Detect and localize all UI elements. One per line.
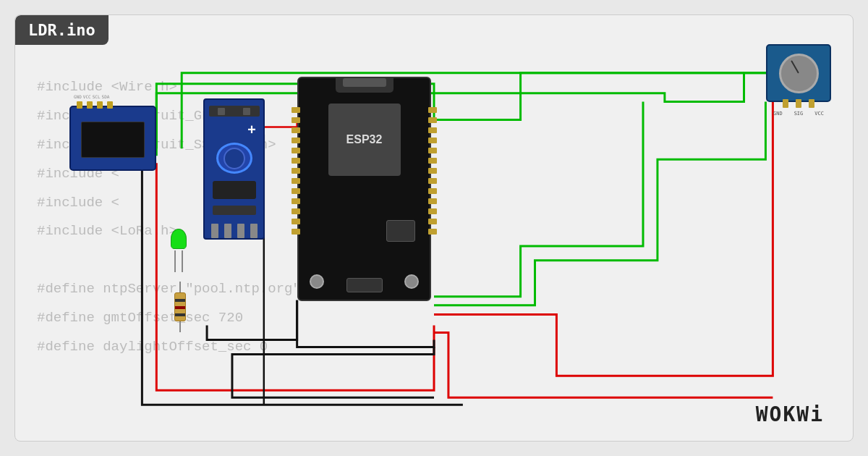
esp32-pin-r4 bbox=[428, 138, 437, 143]
power-module: + bbox=[203, 98, 265, 240]
oled-pins bbox=[77, 101, 113, 109]
resistor-band-2 bbox=[175, 306, 185, 309]
pot-module: GND SIG VCC bbox=[766, 44, 831, 102]
title-badge: LDR.ino bbox=[15, 15, 109, 45]
esp32-pin-r11 bbox=[428, 208, 437, 214]
esp32-pin-r6 bbox=[428, 158, 437, 164]
power-pin-b-2 bbox=[224, 224, 231, 238]
pot-pins bbox=[783, 99, 814, 108]
power-header-pin-2 bbox=[243, 108, 250, 115]
pot-pin-gnd bbox=[783, 99, 788, 108]
power-component-2 bbox=[213, 206, 256, 215]
esp32-pin-r13 bbox=[428, 229, 437, 235]
oled-module: GND VCC SCL SDA bbox=[69, 106, 156, 171]
power-header-pin-1 bbox=[218, 108, 225, 115]
led-body bbox=[171, 229, 187, 249]
power-ic bbox=[213, 181, 256, 199]
esp32-pin-r2 bbox=[428, 117, 437, 123]
power-pin-b-3 bbox=[237, 224, 244, 238]
led-leg-cathode bbox=[182, 250, 183, 272]
esp32-pin-l4 bbox=[292, 138, 300, 143]
esp32-pin-r1 bbox=[428, 107, 437, 113]
main-container: LDR.ino #include <Wire.h> #include <Adaf… bbox=[14, 14, 854, 442]
esp32-chip: ESP32 bbox=[328, 104, 401, 176]
esp32-module-wifi bbox=[386, 220, 415, 242]
title-text: LDR.ino bbox=[28, 21, 95, 39]
esp32-pin-l13 bbox=[292, 229, 300, 235]
led-leg-anode bbox=[174, 250, 176, 272]
oled-pin-vcc bbox=[87, 101, 93, 109]
esp32-pins-left bbox=[292, 107, 300, 235]
power-cap-inner bbox=[224, 148, 245, 169]
oled-pin-labels: GND VCC SCL SDA bbox=[74, 94, 109, 99]
led-legs bbox=[171, 250, 187, 272]
power-pin-b-1 bbox=[211, 224, 218, 238]
esp32-pin-l7 bbox=[292, 168, 300, 174]
esp32-pin-r12 bbox=[428, 219, 437, 224]
esp32-pin-l8 bbox=[292, 178, 300, 184]
pot-sig-label: SIG bbox=[794, 111, 804, 117]
esp32-chip-label: ESP32 bbox=[346, 133, 383, 146]
esp32-pin-r8 bbox=[428, 178, 437, 184]
esp32-pin-l6 bbox=[292, 158, 300, 164]
power-pin-b-4 bbox=[250, 224, 258, 238]
esp32-pin-l1 bbox=[292, 107, 300, 113]
power-pins-bottom bbox=[211, 224, 258, 238]
oled-pin-scl bbox=[97, 101, 103, 109]
resistor-body bbox=[174, 292, 186, 321]
oled-pin-sda bbox=[107, 101, 113, 109]
pot-dial-mark bbox=[791, 60, 799, 73]
oled-scl-label: SCL bbox=[93, 94, 101, 99]
resistor-band-1 bbox=[175, 299, 185, 302]
oled-sda-label: SDA bbox=[102, 94, 110, 99]
esp32-module: ESP32 bbox=[297, 77, 431, 301]
power-plus-label: + bbox=[247, 122, 256, 139]
esp32-pin-l2 bbox=[292, 117, 300, 123]
wokwi-logo: WOKWi bbox=[756, 402, 824, 426]
pot-pin-labels: GND SIG VCC bbox=[767, 111, 830, 117]
pot-dial bbox=[779, 54, 819, 93]
esp32-pin-r9 bbox=[428, 188, 437, 194]
esp32-btn-right[interactable] bbox=[404, 274, 419, 289]
esp32-pin-r7 bbox=[428, 168, 437, 174]
oled-pin-gnd bbox=[77, 101, 82, 109]
esp32-btn-left[interactable] bbox=[310, 274, 324, 289]
resistor-component bbox=[174, 282, 186, 332]
wokwi-logo-text: WOKWi bbox=[756, 402, 824, 426]
oled-vcc-label: VCC bbox=[83, 94, 91, 99]
led-component bbox=[171, 229, 187, 272]
esp32-pin-r3 bbox=[428, 127, 437, 133]
resistor-band-3 bbox=[175, 313, 185, 316]
pot-vcc-label: VCC bbox=[814, 111, 824, 117]
resistor-leg-top bbox=[179, 282, 181, 292]
esp32-antenna bbox=[343, 78, 386, 87]
resistor-leg-bot bbox=[179, 321, 181, 332]
oled-screen bbox=[81, 122, 145, 158]
esp32-pin-l5 bbox=[292, 148, 300, 153]
esp32-pin-l11 bbox=[292, 208, 300, 214]
esp32-pin-l12 bbox=[292, 219, 300, 224]
esp32-pin-r10 bbox=[428, 198, 437, 204]
pot-pin-vcc bbox=[809, 99, 814, 108]
esp32-pin-l10 bbox=[292, 198, 300, 204]
esp32-pins-right bbox=[428, 107, 437, 235]
esp32-pin-r5 bbox=[428, 148, 437, 153]
esp32-antenna-notch bbox=[336, 78, 393, 93]
esp32-usb bbox=[346, 278, 383, 292]
power-header bbox=[209, 106, 260, 117]
pot-pin-sig bbox=[796, 99, 801, 108]
esp32-pin-l3 bbox=[292, 127, 300, 133]
esp32-pin-l9 bbox=[292, 188, 300, 194]
oled-gnd-label: GND bbox=[74, 94, 82, 99]
power-capacitor bbox=[216, 143, 252, 174]
pot-gnd-label: GND bbox=[773, 111, 783, 117]
